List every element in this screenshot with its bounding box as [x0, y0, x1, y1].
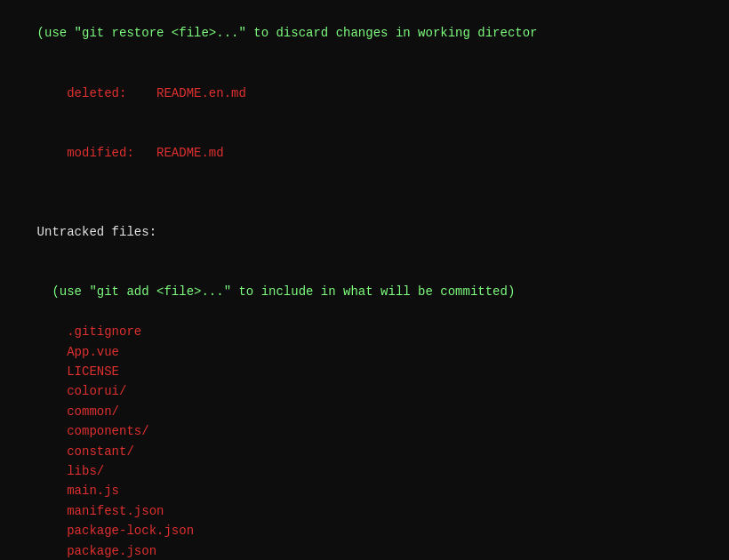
untracked-app-vue: App.vue — [7, 342, 722, 362]
deleted-line: deleted: README.en.md — [7, 63, 722, 123]
blank-line-1 — [7, 183, 722, 203]
untracked-package-json: package.json — [7, 541, 722, 560]
untracked-header: Untracked files: — [7, 203, 722, 262]
untracked-libs: libs/ — [7, 461, 722, 481]
untracked-colorui: colorui/ — [7, 381, 722, 401]
terminal-window: (use "git restore <file>..." to discard … — [0, 0, 729, 560]
untracked-gitignore: .gitignore — [7, 322, 722, 341]
untracked-common: common/ — [7, 402, 722, 421]
untracked-components: components/ — [7, 421, 722, 441]
modified-label: modified: README.md — [37, 146, 224, 160]
untracked-constant: constant/ — [7, 442, 722, 461]
modified-line: modified: README.md — [7, 123, 722, 182]
untracked-main-js: main.js — [7, 481, 722, 500]
untracked-license: LICENSE — [7, 362, 722, 381]
git-add-hint: (use "git add <file>..." to include in w… — [7, 262, 722, 322]
hint-text: (use "git restore <file>..." to discard … — [37, 26, 531, 40]
untracked-manifest-json: manifest.json — [7, 501, 722, 521]
untracked-package-lock: package-lock.json — [7, 521, 722, 540]
deleted-label: deleted: README.en.md — [37, 86, 246, 100]
git-restore-hint: (use "git restore <file>..." to discard … — [7, 4, 722, 63]
